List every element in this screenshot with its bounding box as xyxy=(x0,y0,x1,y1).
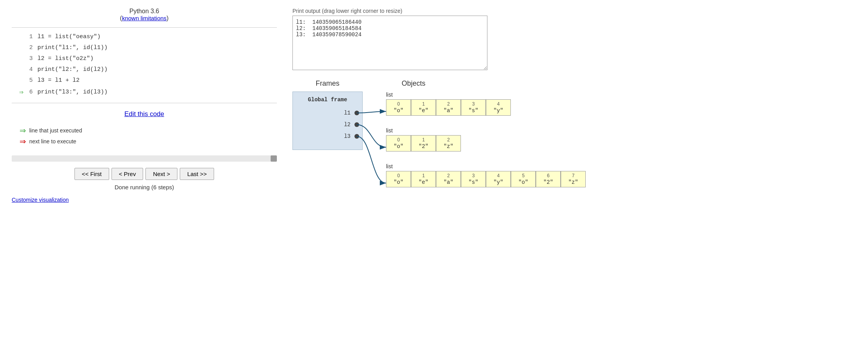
frame-variables: l1l2l3 xyxy=(293,108,362,141)
legend-red-label: next line to execute xyxy=(29,138,76,145)
list-cell: 4"y" xyxy=(486,171,511,187)
cell-index: 1 xyxy=(422,101,425,107)
cell-value: "2" xyxy=(418,143,428,150)
line-num-1: 1 xyxy=(26,32,37,42)
progress-bar xyxy=(12,155,277,162)
list-cell: 2"a" xyxy=(436,99,461,116)
legend-green-label: line that just executed xyxy=(29,127,82,134)
cell-index: 0 xyxy=(397,101,400,107)
print-output-box[interactable]: l1: 140359065186440 l2: 140359065184584 … xyxy=(292,16,487,70)
frames-objects-header: Frames Objects xyxy=(292,79,856,88)
list-cell: 1"e" xyxy=(411,171,436,187)
first-button[interactable]: << First xyxy=(74,168,109,180)
print-output-text: l1: 140359065186440 l2: 140359065184584 … xyxy=(296,19,484,38)
legend-green: ⇒ line that just executed xyxy=(19,126,82,135)
green-arrow-indicator: ⇒ xyxy=(19,88,23,96)
list-cell: 7"z" xyxy=(561,171,586,187)
cell-index: 3 xyxy=(472,173,475,178)
list-label-list2: list xyxy=(386,127,586,134)
list-cells-list3: 0"o"1"e"2"a"3"s"4"y"5"o"6"2"7"z" xyxy=(386,171,586,187)
cell-index: 1 xyxy=(422,173,425,178)
known-limitations-link[interactable]: known limitations xyxy=(122,15,167,21)
list-cell: 3"s" xyxy=(461,99,486,116)
python-version-text: Python 3.6 xyxy=(129,8,159,14)
list-cell: 1"2" xyxy=(411,135,436,152)
list-cells-list2: 0"o"1"2"2"z" xyxy=(386,135,586,152)
cell-index: 0 xyxy=(397,173,400,178)
line-code-5: l3 = l1 + l2 xyxy=(37,76,277,85)
edit-this-code-link[interactable]: Edit this code xyxy=(124,110,164,118)
code-line-1: 1l1 = list("oeasy") xyxy=(12,32,277,42)
line-code-6: print("l3:", id(l3)) xyxy=(37,88,277,97)
list-cell: 2"a" xyxy=(436,171,461,187)
list-cell: 0"o" xyxy=(386,99,411,116)
cell-value: "a" xyxy=(443,108,453,114)
python-version: Python 3.6 (known limitations) xyxy=(120,8,169,22)
cell-index: 7 xyxy=(572,173,575,178)
cell-value: "z" xyxy=(443,143,453,150)
cell-index: 2 xyxy=(447,137,450,143)
arrow-col-6: ⇒ xyxy=(12,87,26,98)
line-num-4: 4 xyxy=(26,65,37,74)
cell-value: "s" xyxy=(468,179,478,185)
list-object-list3: list0"o"1"e"2"a"3"s"4"y"5"o"6"2"7"z" xyxy=(386,163,586,187)
frame-var-name-l2: l2 xyxy=(344,122,351,128)
list-cells-list1: 0"o"1"e"2"a"3"s"4"y" xyxy=(386,99,586,116)
cell-index: 2 xyxy=(447,101,450,107)
cell-index: 4 xyxy=(497,173,500,178)
cell-index: 2 xyxy=(447,173,450,178)
list-label-list1: list xyxy=(386,92,586,98)
cell-value: "z" xyxy=(568,179,578,185)
cell-value: "a" xyxy=(443,179,453,185)
list-cell: 6"2" xyxy=(536,171,561,187)
list-cell: 0"o" xyxy=(386,135,411,152)
viz-area: Frames Objects Global frame l1l2l3 list0… xyxy=(292,79,856,187)
frame-var-l3: l3 xyxy=(293,132,362,141)
last-button[interactable]: Last >> xyxy=(180,168,214,180)
frame-var-l2: l2 xyxy=(293,120,362,129)
cell-value: "e" xyxy=(418,108,428,114)
code-line-3: 3l2 = list("o2z") xyxy=(12,53,277,64)
code-area: 1l1 = list("oeasy")2print("l1:", id(l1))… xyxy=(12,27,277,103)
list-label-list3: list xyxy=(386,163,586,169)
objects-section: list0"o"1"e"2"a"3"s"4"y"list0"o"1"2"2"z"… xyxy=(386,92,586,187)
cell-value: "o" xyxy=(518,179,528,185)
cell-value: "o" xyxy=(393,143,403,150)
line-num-6: 6 xyxy=(26,88,37,97)
code-line-2: 2print("l1:", id(l1)) xyxy=(12,42,277,53)
list-cell: 0"o" xyxy=(386,171,411,187)
frame-dot-l3 xyxy=(354,134,359,139)
cell-index: 6 xyxy=(547,173,550,178)
list-object-list2: list0"o"1"2"2"z" xyxy=(386,127,586,152)
legend-red: ⇒ next line to execute xyxy=(19,137,82,146)
main-container: Python 3.6 (known limitations) 1l1 = lis… xyxy=(0,0,868,211)
frame-dot-l2 xyxy=(354,122,359,127)
cell-index: 3 xyxy=(472,101,475,107)
cell-value: "s" xyxy=(468,108,478,114)
frames-label: Frames xyxy=(292,79,363,88)
green-arrow-icon: ⇒ xyxy=(19,126,26,135)
frame-var-name-l3: l3 xyxy=(344,133,351,139)
frame-var-l1: l1 xyxy=(293,108,362,118)
list-object-list1: list0"o"1"e"2"a"3"s"4"y" xyxy=(386,92,586,116)
cell-value: "e" xyxy=(418,179,428,185)
line-num-5: 5 xyxy=(26,76,37,85)
line-num-3: 3 xyxy=(26,54,37,63)
cell-index: 0 xyxy=(397,137,400,143)
right-panel: Print output (drag lower right corner to… xyxy=(292,8,856,203)
cell-index: 1 xyxy=(422,137,425,143)
cell-value: "2" xyxy=(543,179,553,185)
progress-bar-fill xyxy=(271,155,277,162)
print-output-label: Print output (drag lower right corner to… xyxy=(292,8,856,14)
customize-visualization-link[interactable]: Customize visualization xyxy=(12,197,69,203)
left-panel: Python 3.6 (known limitations) 1l1 = lis… xyxy=(12,8,277,203)
next-button[interactable]: Next > xyxy=(145,168,177,180)
done-status: Done running (6 steps) xyxy=(115,184,174,190)
line-code-2: print("l1:", id(l1)) xyxy=(37,43,277,53)
prev-button[interactable]: < Prev xyxy=(112,168,143,180)
cell-value: "o" xyxy=(393,179,403,185)
line-num-2: 2 xyxy=(26,43,37,53)
code-line-4: 4print("l2:", id(l2)) xyxy=(12,64,277,75)
red-arrow-icon: ⇒ xyxy=(19,137,26,146)
list-cell: 4"y" xyxy=(486,99,511,116)
